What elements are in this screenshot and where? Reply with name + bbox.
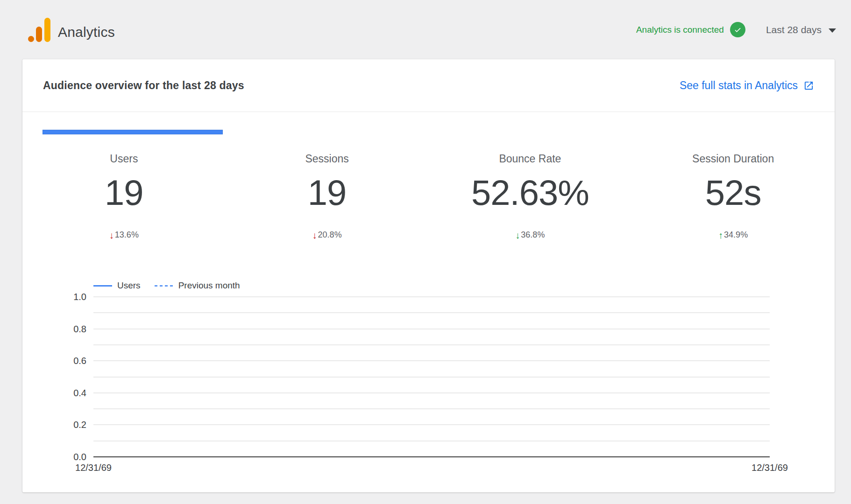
- gridline: [93, 441, 770, 441]
- users-chart: Users Previous month 1.00.80.60.40.20.0 …: [22, 280, 835, 474]
- external-link-icon: [803, 80, 814, 91]
- metric-label: Sessions: [226, 153, 429, 165]
- x-tick-label: 12/31/69: [75, 462, 112, 473]
- delta-value: 20.8%: [318, 230, 342, 240]
- audience-overview-card: Audience overview for the last 28 days S…: [22, 59, 835, 492]
- logo-dot: [28, 36, 34, 42]
- users-tab-indicator: [43, 130, 223, 134]
- gridline: [93, 329, 770, 329]
- card-header: Audience overview for the last 28 days S…: [22, 59, 835, 112]
- analytics-logo-icon: [28, 18, 50, 42]
- logo-bar-tall: [44, 18, 50, 42]
- metric-sessions: Sessions 19 ↓ 20.8%: [226, 153, 429, 240]
- gridline: [93, 377, 770, 378]
- gridline: [93, 408, 770, 409]
- page: Analytics Analytics is connected Last 28…: [0, 0, 851, 504]
- metric-users: Users 19 ↓ 13.6%: [22, 153, 226, 240]
- metric-delta: ↑ 34.9%: [631, 230, 835, 240]
- y-tick-label: 0.6: [73, 356, 86, 366]
- legend-item-previous-month: Previous month: [155, 280, 240, 291]
- chart-legend: Users Previous month: [93, 280, 835, 291]
- delta-value: 36.8%: [521, 230, 545, 240]
- date-range-selector[interactable]: Last 28 days: [766, 24, 836, 35]
- x-axis-line: [93, 456, 770, 457]
- metric-delta: ↓ 36.8%: [429, 230, 632, 240]
- y-tick-label: 0.2: [73, 420, 86, 430]
- metric-value: 52.63%: [429, 175, 632, 210]
- checkmark-glyph: [733, 25, 742, 34]
- plot-area: [93, 297, 770, 457]
- chart-row: 1.00.80.60.40.20.0: [64, 297, 770, 457]
- x-labels: 12/31/6912/31/69: [93, 462, 770, 474]
- gridline: [93, 424, 770, 425]
- metric-value: 52s: [631, 175, 835, 210]
- metric-label: Bounce Rate: [429, 153, 632, 165]
- y-tick-label: 1.0: [73, 292, 86, 302]
- dashed-line-swatch: [155, 285, 173, 287]
- legend-label: Previous month: [178, 280, 240, 291]
- trend-down-icon: ↓: [312, 231, 317, 240]
- metric-delta: ↓ 13.6%: [22, 230, 226, 240]
- date-range-label: Last 28 days: [766, 24, 822, 35]
- trend-down-icon: ↓: [109, 231, 114, 240]
- gridline: [93, 360, 770, 361]
- gridline: [93, 296, 770, 297]
- y-axis: 1.00.80.60.40.20.0: [64, 297, 93, 457]
- metric-value: 19: [22, 175, 226, 210]
- y-tick-label: 0.4: [73, 387, 86, 398]
- app-header: Analytics Analytics is connected Last 28…: [0, 0, 851, 59]
- gridline: [93, 344, 770, 345]
- delta-value: 34.9%: [724, 230, 748, 240]
- metric-value: 19: [226, 175, 429, 210]
- metric-label: Session Duration: [631, 153, 835, 165]
- metrics-row: Users 19 ↓ 13.6% Sessions 19 ↓ 20.8% Bou…: [22, 153, 835, 240]
- legend-item-users: Users: [93, 280, 141, 291]
- solid-line-swatch: [93, 285, 112, 287]
- y-tick-label: 0.8: [73, 323, 86, 334]
- x-tick-label: 12/31/69: [752, 462, 788, 473]
- analytics-logo: Analytics: [28, 18, 115, 42]
- logo-bar-mid: [36, 27, 42, 42]
- connection-status-text: Analytics is connected: [636, 25, 724, 35]
- y-tick-label: 0.0: [73, 452, 86, 462]
- metric-label: Users: [22, 153, 226, 165]
- metric-delta: ↓ 20.8%: [226, 230, 429, 240]
- delta-value: 13.6%: [115, 230, 139, 240]
- full-stats-link[interactable]: See full stats in Analytics: [680, 79, 814, 92]
- legend-label: Users: [117, 280, 141, 291]
- gridline: [93, 312, 770, 313]
- trend-down-icon: ↓: [515, 231, 520, 240]
- metric-bounce-rate: Bounce Rate 52.63% ↓ 36.8%: [429, 153, 632, 240]
- gridline: [93, 392, 770, 393]
- header-right: Analytics is connected Last 28 days: [636, 22, 836, 37]
- full-stats-link-label: See full stats in Analytics: [680, 79, 798, 92]
- logo-text: Analytics: [58, 25, 115, 42]
- chevron-down-icon: [829, 28, 836, 33]
- trend-up-icon: ↑: [718, 231, 723, 240]
- card-title: Audience overview for the last 28 days: [43, 79, 244, 92]
- connected-check-icon: [730, 22, 745, 37]
- metric-session-duration: Session Duration 52s ↑ 34.9%: [631, 153, 835, 240]
